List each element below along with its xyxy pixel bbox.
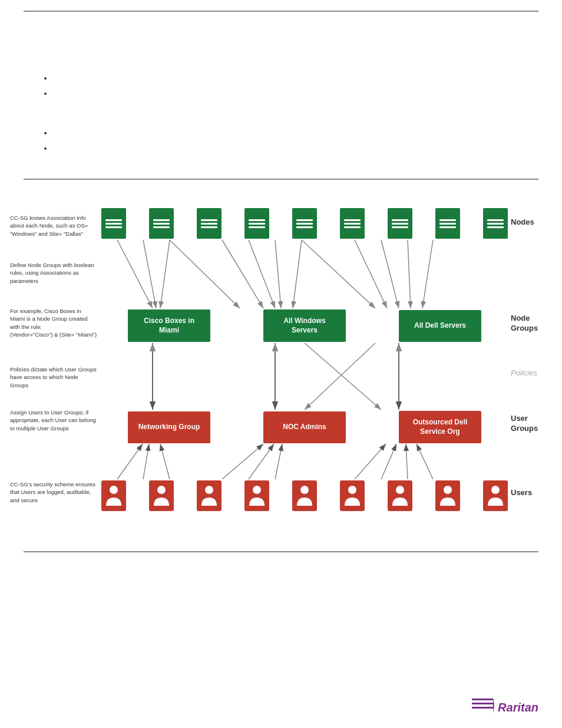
svg-line-35	[275, 444, 282, 479]
svg-line-17	[249, 240, 275, 308]
node-icon-1	[101, 208, 126, 239]
user-group-networking: Networking Group	[128, 411, 210, 443]
svg-line-23	[408, 240, 411, 308]
svg-line-32	[160, 444, 170, 479]
svg-line-29	[305, 343, 375, 410]
node-icon-5	[292, 208, 317, 239]
paragraph-2	[35, 41, 527, 53]
svg-line-16	[222, 240, 263, 308]
paragraph-4	[35, 107, 527, 120]
svg-rect-42	[472, 707, 493, 709]
user-icon-3	[197, 480, 222, 511]
paragraph-3	[35, 53, 527, 65]
bullet-item	[53, 141, 527, 156]
user-icon-5	[292, 480, 317, 511]
right-label-usergroups: User Groups	[511, 414, 552, 434]
raritan-logo-text: Raritan	[498, 701, 538, 714]
bullet-item	[53, 126, 527, 141]
right-label-nodegroups: Node Groups	[511, 314, 552, 334]
svg-point-5	[348, 486, 356, 494]
left-label-example: For example, Cisco Boxes in Miami is a N…	[10, 307, 97, 338]
svg-line-19	[293, 240, 302, 308]
svg-line-28	[305, 343, 381, 410]
svg-point-3	[253, 486, 261, 494]
svg-marker-43	[493, 697, 494, 713]
node-group-cisco: Cisco Boxes in Miami	[128, 309, 210, 342]
svg-rect-40	[472, 699, 493, 700]
bullet-list-2	[53, 126, 527, 156]
svg-line-18	[275, 240, 281, 308]
svg-point-7	[444, 486, 452, 494]
node-icon-9	[483, 208, 508, 239]
svg-line-34	[249, 444, 274, 479]
raritan-logo-icon	[472, 697, 494, 717]
svg-line-14	[160, 240, 170, 308]
user-icon-1	[101, 480, 126, 511]
svg-line-33	[222, 444, 263, 479]
user-group-noc: NOC Admins	[263, 411, 346, 443]
user-groups-row: Networking Group NOC Admins Outsourced D…	[101, 411, 508, 443]
node-icon-8	[435, 208, 460, 239]
svg-line-37	[381, 444, 396, 479]
svg-line-21	[355, 240, 387, 308]
svg-line-30	[117, 444, 143, 479]
svg-point-0	[110, 486, 118, 494]
bullet-item	[53, 86, 527, 101]
user-icon-7	[388, 480, 412, 511]
svg-line-31	[143, 444, 149, 479]
left-label-assign: Assign Users to User Groups; if appropri…	[10, 409, 97, 432]
right-label-nodes: Nodes	[511, 218, 552, 228]
user-icon-2	[149, 480, 174, 511]
node-icon-2	[149, 208, 174, 239]
diagram-section: CC-SG knows Association info about each …	[0, 180, 562, 545]
svg-point-6	[396, 486, 404, 494]
svg-line-13	[143, 240, 156, 308]
left-label-security: CC-SG's security scheme ensures that Use…	[10, 480, 97, 504]
bullet-list	[53, 71, 527, 101]
user-icon-8	[435, 480, 460, 511]
user-group-dell-service: Outsourced Dell Service Org	[399, 411, 481, 443]
user-icon-9	[483, 480, 508, 511]
paragraph-1	[35, 28, 527, 41]
node-icon-7	[388, 208, 412, 239]
nodes-row	[101, 208, 508, 239]
left-label-nodes: CC-SG knows Association info about each …	[10, 214, 97, 238]
node-icon-3	[197, 208, 222, 239]
bullet-item	[53, 71, 527, 86]
svg-line-20	[302, 240, 375, 308]
user-icon-4	[244, 480, 269, 511]
bottom-divider	[24, 551, 538, 552]
right-label-policies: Policies	[511, 368, 552, 378]
user-icon-6	[340, 480, 365, 511]
svg-line-36	[355, 444, 386, 479]
node-groups-row: Cisco Boxes in Miami All Windows Servers…	[101, 309, 508, 342]
svg-line-24	[422, 240, 433, 308]
svg-point-8	[491, 486, 500, 494]
svg-point-4	[300, 486, 309, 494]
svg-line-15	[170, 240, 240, 308]
right-label-users: Users	[511, 488, 552, 498]
svg-line-12	[117, 240, 153, 308]
left-label-policies: Policies dictate which User Groups have …	[10, 365, 97, 389]
node-icon-6	[340, 208, 365, 239]
left-label-nodegroups-def: Define Node Groups with boolean rules, u…	[10, 261, 97, 285]
node-group-dell: All Dell Servers	[399, 310, 481, 342]
node-icon-4	[244, 208, 269, 239]
diagram-inner: CC-SG knows Association info about each …	[10, 192, 552, 533]
users-row	[101, 480, 508, 511]
svg-line-38	[406, 444, 408, 479]
svg-line-22	[381, 240, 399, 308]
svg-point-1	[157, 486, 166, 494]
text-section	[0, 12, 562, 173]
svg-rect-41	[472, 703, 493, 704]
raritan-logo: Raritan	[472, 697, 538, 717]
svg-point-2	[205, 486, 213, 494]
svg-line-39	[416, 444, 433, 479]
node-group-windows: All Windows Servers	[263, 309, 346, 342]
